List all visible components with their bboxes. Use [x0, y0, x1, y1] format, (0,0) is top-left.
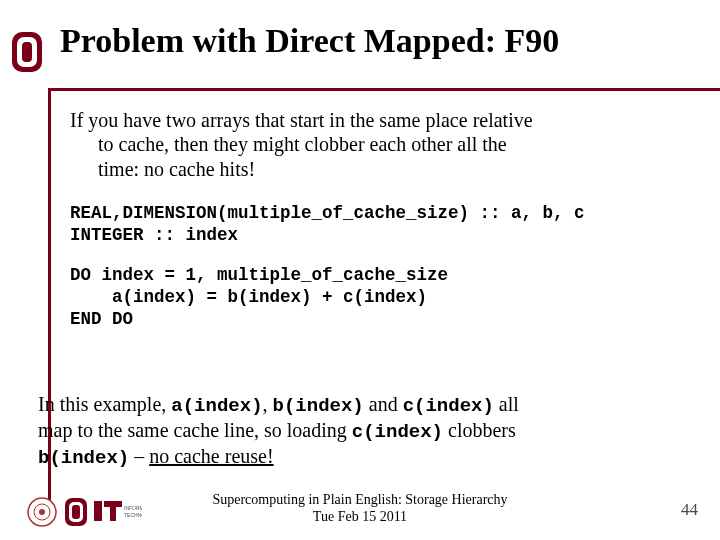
code-line: a(index) = b(index) + c(index) [70, 287, 427, 307]
closing-text: and [364, 393, 403, 415]
page-number: 44 [681, 500, 698, 520]
closing-text: map to the same cache line, so loading [38, 419, 352, 441]
closing-text: – [129, 445, 149, 467]
svg-rect-2 [22, 42, 32, 62]
intro-paragraph: If you have two arrays that start in the… [70, 108, 690, 181]
footer-line-2: Tue Feb 15 2011 [313, 509, 407, 524]
slide-title: Problem with Direct Mapped: F90 [60, 22, 559, 60]
closing-text: all [494, 393, 519, 415]
code-inline: c(index) [403, 395, 494, 417]
intro-line-2: to cache, then they might clobber each o… [70, 133, 507, 155]
intro-line-3: time: no cache hits! [70, 158, 255, 180]
closing-paragraph: In this example, a(index), b(index) and … [38, 392, 690, 471]
content-area: If you have two arrays that start in the… [70, 108, 690, 349]
header: Problem with Direct Mapped: F90 [0, 0, 720, 92]
intro-line-1: If you have two arrays that start in the… [70, 109, 533, 131]
code-block-loop: DO index = 1, multiple_of_cache_size a(i… [70, 265, 690, 331]
code-inline: a(index) [171, 395, 262, 417]
code-line: DO index = 1, multiple_of_cache_size [70, 265, 448, 285]
code-block-decl: REAL,DIMENSION(multiple_of_cache_size) :… [70, 203, 690, 247]
footer: INFORMATION TECHNOLOGY Supercomputing in… [0, 480, 720, 534]
closing-text: In this example, [38, 393, 171, 415]
ou-logo-icon [10, 30, 44, 74]
code-line: REAL,DIMENSION(multiple_of_cache_size) :… [70, 203, 585, 223]
closing-text: , [263, 393, 273, 415]
code-line: INTEGER :: index [70, 225, 238, 245]
closing-text: clobbers [443, 419, 516, 441]
code-line: END DO [70, 309, 133, 329]
code-inline: b(index) [38, 447, 129, 469]
footer-line-1: Supercomputing in Plain English: Storage… [212, 492, 507, 507]
code-inline: c(index) [352, 421, 443, 443]
emphasis-underline: no cache reuse! [149, 445, 273, 467]
title-underline [48, 88, 720, 91]
footer-caption: Supercomputing in Plain English: Storage… [0, 492, 720, 526]
code-inline: b(index) [273, 395, 364, 417]
